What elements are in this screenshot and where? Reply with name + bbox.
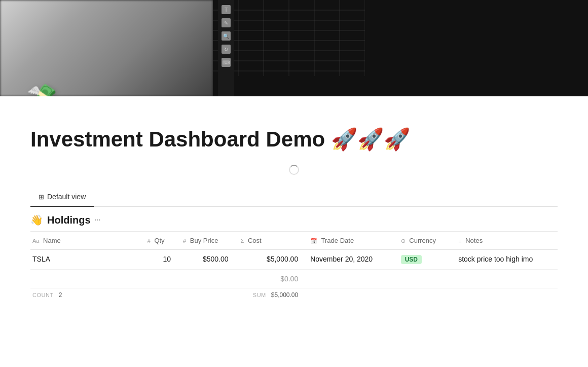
col-header-qty: # Qty [141, 232, 177, 250]
page-title: Investment Dashboard Demo 🚀🚀🚀 [30, 127, 558, 152]
table-row: $0.00 [30, 270, 558, 288]
cell-name-0[interactable]: TSLA [30, 250, 141, 270]
toolbar-icon-2[interactable]: ✎ [222, 18, 231, 27]
cell-notes-0[interactable]: stock price too high imo [452, 250, 558, 270]
col-header-currency: ⊙ Currency [395, 232, 452, 250]
cell-name-1[interactable] [30, 270, 141, 288]
loading-area [30, 162, 558, 177]
table-container: 👋 Holdings ··· Aa Name # Qty [30, 207, 558, 302]
cell-cost-1[interactable]: $0.00 [235, 270, 305, 288]
table-title-text: Holdings [47, 214, 91, 226]
col-type-cost: Σ [241, 238, 244, 244]
col-label-name: Name [43, 237, 61, 244]
col-label-buy-price: Buy Price [190, 237, 218, 244]
table-row: TSLA 10 $500.00 $5,000.00 November 20, 2… [30, 250, 558, 270]
sidebar-toolbar: T ✎ 🔍 ↻ ⌨ [218, 0, 234, 96]
footer-sum-value: $5,000.00 [271, 291, 298, 299]
col-header-notes: ≡ Notes [452, 232, 558, 250]
table-columns-header: Aa Name # Qty # Buy Price Σ Cost [30, 232, 558, 250]
col-label-currency: Currency [409, 237, 436, 244]
footer-empty-2 [177, 288, 234, 302]
cell-buy-price-0[interactable]: $500.00 [177, 250, 234, 270]
header-banner: T ✎ 🔍 ↻ ⌨ [0, 0, 588, 96]
toolbar-icon-3[interactable]: 🔍 [222, 31, 231, 41]
footer-count-cell: COUNT 2 [30, 288, 141, 302]
loading-spinner [289, 165, 299, 175]
toolbar-icon-1[interactable]: T [222, 5, 231, 14]
cell-trade-date-0[interactable]: November 20, 2020 [304, 250, 395, 270]
footer-empty-1 [141, 288, 177, 302]
currency-badge-0: USD [401, 255, 422, 264]
cell-notes-1[interactable] [452, 270, 558, 288]
col-type-buy-price: # [183, 238, 186, 244]
tab-default-view[interactable]: ⊞ Default view [30, 188, 94, 207]
footer-empty-3 [304, 288, 395, 302]
table-title-emoji: 👋 [30, 214, 43, 226]
col-type-qty: # [148, 238, 151, 244]
tabs-bar: ⊞ Default view [30, 188, 558, 207]
footer-count-label: COUNT [32, 292, 54, 298]
toolbar-icon-5[interactable]: ⌨ [222, 58, 231, 67]
col-type-notes: ≡ [458, 238, 461, 244]
toolbar-icon-4[interactable]: ↻ [222, 45, 231, 54]
header-grid-bg [213, 0, 588, 96]
footer-count-value: 2 [59, 291, 62, 299]
table-more-button[interactable]: ··· [95, 216, 101, 224]
col-header-name: Aa Name [30, 232, 141, 250]
cell-trade-date-1[interactable] [304, 270, 395, 288]
table-footer-row: COUNT 2 SUM $5,000.00 [30, 288, 558, 302]
cell-qty-0[interactable]: 10 [141, 250, 177, 270]
holdings-table: Aa Name # Qty # Buy Price Σ Cost [30, 232, 558, 302]
col-label-qty: Qty [154, 237, 164, 244]
col-type-currency: ⊙ [401, 238, 406, 244]
table-header-row: 👋 Holdings ··· [30, 207, 558, 232]
cell-buy-price-1[interactable] [177, 270, 234, 288]
tab-grid-icon: ⊞ [39, 193, 44, 201]
page-content: Investment Dashboard Demo 🚀🚀🚀 ⊞ Default … [0, 96, 588, 322]
tab-default-view-label: Default view [47, 193, 86, 201]
col-type-trade-date: 📅 [310, 238, 317, 244]
col-header-cost: Σ Cost [235, 232, 305, 250]
col-type-name: Aa [32, 238, 39, 244]
footer-sum-label: SUM [253, 292, 266, 298]
col-label-notes: Notes [465, 237, 483, 244]
cell-cost-0[interactable]: $5,000.00 [235, 250, 305, 270]
col-label-trade-date: Trade Date [321, 237, 354, 244]
footer-sum-cell: SUM $5,000.00 [235, 288, 305, 302]
footer-empty-4 [395, 288, 452, 302]
cell-currency-0[interactable]: USD [395, 250, 452, 270]
col-label-cost: Cost [248, 237, 262, 244]
col-header-trade-date: 📅 Trade Date [304, 232, 395, 250]
header-blur-bg [0, 0, 213, 96]
footer-empty-5 [452, 288, 558, 302]
table-title: 👋 Holdings ··· [30, 214, 100, 226]
cell-currency-1[interactable] [395, 270, 452, 288]
col-header-buy-price: # Buy Price [177, 232, 234, 250]
cell-qty-1[interactable] [141, 270, 177, 288]
